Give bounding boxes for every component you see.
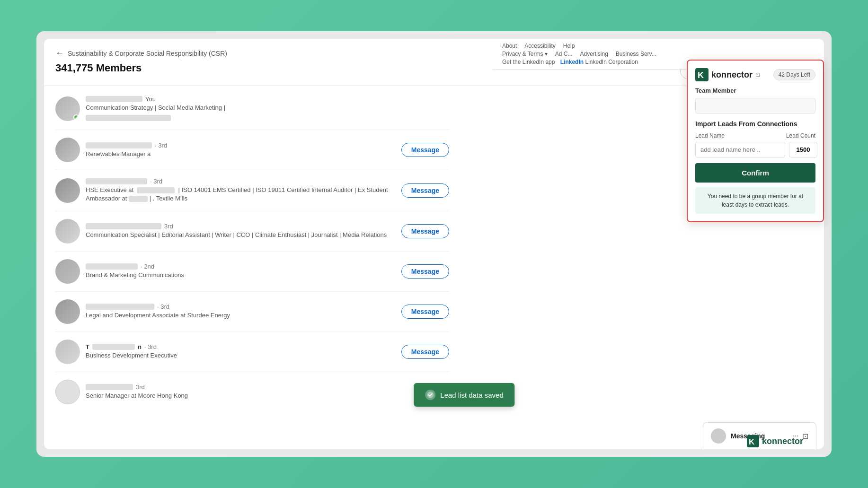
message-button[interactable]: Message <box>401 224 449 238</box>
check-icon <box>425 390 435 400</box>
member-info: 3rd Communication Specialist | Editorial… <box>86 223 396 239</box>
svg-text:K: K <box>749 437 755 446</box>
avatar <box>55 380 80 404</box>
konnector-brand-text: konnector <box>711 70 753 80</box>
linkedin-brand: LinkedIn <box>560 59 584 65</box>
team-member-input[interactable] <box>695 98 815 113</box>
member-info: · 2nd Brand & Marketing Communications <box>86 263 396 279</box>
avatar <box>55 340 80 364</box>
member-info: 3rd Senior Manager at Moore Hong Kong <box>86 383 396 400</box>
member-degree: · 3rd <box>155 142 167 149</box>
avatar <box>55 259 80 284</box>
nav-help[interactable]: Help <box>563 43 575 49</box>
svg-text:K: K <box>698 70 704 80</box>
nav-business[interactable]: Business Serv... <box>616 51 656 57</box>
member-degree: · 3rd <box>157 303 169 310</box>
member-detail-blur <box>86 115 171 121</box>
member-title: Business Development Executive <box>86 351 396 360</box>
member-degree: 3rd <box>136 383 145 391</box>
external-link-icon[interactable]: ⊡ <box>755 71 760 78</box>
nav-about[interactable]: About <box>502 43 517 49</box>
list-item: 3rd Senior Manager at Moore Hong Kong Me… <box>55 372 449 412</box>
bottom-brand-text: konnector <box>762 436 803 446</box>
member-name-blur <box>86 178 147 184</box>
success-toast: Lead list data saved <box>414 383 514 407</box>
linkedin-corp: LinkedIn Corporation <box>585 59 638 65</box>
member-info: You Communication Strategy | Social Medi… <box>86 96 449 122</box>
member-degree: · 3rd <box>150 178 162 185</box>
nav-advertising[interactable]: Advertising <box>580 51 608 57</box>
lead-input-row <box>695 142 815 157</box>
member-name-blur <box>86 263 138 270</box>
member-info: · 3rd Renewables Manager a <box>86 142 396 158</box>
member-name-partial: T <box>86 343 89 350</box>
member-info: · 3rd HSE Executive at | ISO 14001 EMS C… <box>86 178 396 203</box>
message-button[interactable]: Message <box>401 143 449 157</box>
member-title: Communication Strategy | Social Media Ma… <box>86 104 449 112</box>
lead-name-input[interactable] <box>695 142 785 157</box>
bottom-konnector-brand: K konnector <box>747 435 803 447</box>
nav-privacy[interactable]: Privacy & Terms ▾ <box>502 51 548 57</box>
nav-accessibility[interactable]: Accessibility <box>524 43 555 49</box>
list-item: · 3rd Renewables Manager a Message <box>55 130 449 170</box>
lead-columns: Lead Name Lead Count <box>695 132 815 139</box>
message-button[interactable]: Message <box>401 264 449 279</box>
member-info: · 3rd Legal and Development Associate at… <box>86 303 396 320</box>
avatar <box>55 299 80 324</box>
lead-count-col-label: Lead Count <box>786 132 815 139</box>
member-title: Legal and Development Associate at Sturd… <box>86 311 396 320</box>
member-title: Renewables Manager a <box>86 150 396 158</box>
list-item: · 2nd Brand & Marketing Communications M… <box>55 252 449 292</box>
back-arrow-icon: ← <box>55 48 64 58</box>
message-button[interactable]: Message <box>401 345 449 359</box>
konnector-logo: K konnector ⊡ <box>695 68 760 81</box>
group-title: Sustainability & Corporate Social Respon… <box>68 50 227 57</box>
message-button[interactable]: Message <box>401 183 449 198</box>
messaging-avatar <box>711 428 726 444</box>
warning-message: You need to be a group member for at lea… <box>695 187 815 214</box>
main-container: ← Sustainability & Corporate Social Resp… <box>36 31 832 457</box>
member-name-blur <box>86 223 161 229</box>
lead-name-col-label: Lead Name <box>695 132 725 139</box>
member-name-blur <box>86 142 152 148</box>
avatar <box>55 96 80 121</box>
list-item: You Communication Strategy | Social Medi… <box>55 88 449 130</box>
nav-get-app[interactable]: Get the LinkedIn app <box>502 59 555 65</box>
you-badge: You <box>145 96 156 103</box>
list-item: · 3rd HSE Executive at | ISO 14001 EMS C… <box>55 170 449 211</box>
svg-point-0 <box>427 392 434 398</box>
member-degree: · 3rd <box>144 343 157 350</box>
konnector-popup: K konnector ⊡ 42 Days Left Team Member I… <box>687 60 824 222</box>
member-name-blur <box>86 304 154 310</box>
member-name-blur <box>86 96 142 102</box>
toast-message: Lead list data saved <box>440 391 503 399</box>
online-indicator <box>73 114 79 120</box>
avatar <box>55 178 80 203</box>
confirm-button[interactable]: Confirm <box>695 163 815 183</box>
days-left-badge: 42 Days Left <box>773 69 815 80</box>
team-member-label: Team Member <box>695 87 815 94</box>
k-logo-icon: K <box>695 68 709 81</box>
message-button[interactable]: Message <box>401 305 449 319</box>
member-title: Brand & Marketing Communications <box>86 271 396 279</box>
member-title: Communication Specialist | Editorial Ass… <box>86 231 396 239</box>
member-title: HSE Executive at | ISO 14001 EMS Certifi… <box>86 186 396 203</box>
import-leads-title: Import Leads From Connections <box>695 120 815 128</box>
lead-count-input[interactable] <box>789 142 817 157</box>
member-name-letter2: n <box>138 343 142 350</box>
list-item: 3rd Communication Specialist | Editorial… <box>55 211 449 252</box>
avatar <box>55 219 80 244</box>
member-name-blur <box>86 384 133 390</box>
member-info: T n · 3rd Business Development Executive <box>86 343 396 360</box>
member-count: 341,775 Members <box>55 62 142 74</box>
list-item: T n · 3rd Business Development Executive… <box>55 332 449 372</box>
member-title: Senior Manager at Moore Hong Kong <box>86 392 396 400</box>
member-degree: 3rd <box>164 223 173 230</box>
avatar <box>55 138 80 162</box>
popup-header: K konnector ⊡ 42 Days Left <box>695 68 815 81</box>
member-name-blur <box>92 344 135 350</box>
members-list: You Communication Strategy | Social Medi… <box>44 88 461 449</box>
nav-ad[interactable]: Ad C... <box>555 51 573 57</box>
list-item: · 3rd Legal and Development Associate at… <box>55 292 449 332</box>
member-degree: · 2nd <box>141 263 154 270</box>
